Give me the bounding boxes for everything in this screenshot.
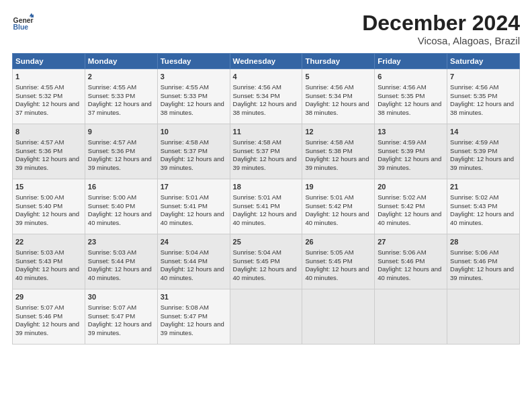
day-number: 27 — [378, 237, 444, 247]
day-number: 28 — [450, 237, 517, 247]
day-number: 23 — [88, 237, 154, 247]
col-wednesday: Wednesday — [230, 54, 302, 69]
day-number: 5 — [305, 72, 371, 82]
cell-w3-d1: 23Sunrise: 5:03 AMSunset: 5:44 PMDayligh… — [85, 234, 157, 289]
logo-icon: General Blue — [12, 12, 34, 34]
cell-w1-d3: 11Sunrise: 4:58 AMSunset: 5:37 PMDayligh… — [230, 124, 302, 179]
day-number: 31 — [161, 292, 227, 302]
title-block: December 2024 Vicosa, Alagoas, Brazil — [362, 12, 520, 46]
day-number: 11 — [233, 127, 300, 137]
cell-w4-d5 — [375, 289, 447, 345]
cell-w1-d0: 8Sunrise: 4:57 AMSunset: 5:36 PMDaylight… — [13, 124, 85, 179]
cell-w4-d1: 30Sunrise: 5:07 AMSunset: 5:47 PMDayligh… — [85, 289, 157, 345]
day-number: 25 — [233, 237, 300, 247]
week-row-2: 15Sunrise: 5:00 AMSunset: 5:40 PMDayligh… — [13, 179, 520, 234]
page: General Blue December 2024 Vicosa, Alago… — [0, 0, 532, 411]
day-number: 2 — [88, 72, 154, 82]
day-number: 1 — [15, 72, 82, 82]
cell-w1-d4: 12Sunrise: 4:58 AMSunset: 5:38 PMDayligh… — [302, 124, 375, 179]
cell-w0-d2: 3Sunrise: 4:55 AMSunset: 5:33 PMDaylight… — [157, 69, 230, 124]
day-number: 10 — [161, 127, 227, 137]
cell-w2-d3: 18Sunrise: 5:01 AMSunset: 5:41 PMDayligh… — [230, 179, 302, 234]
cell-w2-d0: 15Sunrise: 5:00 AMSunset: 5:40 PMDayligh… — [13, 179, 85, 234]
svg-text:General: General — [13, 17, 34, 24]
cell-w4-d4 — [302, 289, 375, 345]
week-row-0: 1Sunrise: 4:55 AMSunset: 5:32 PMDaylight… — [13, 69, 520, 124]
cell-w2-d5: 20Sunrise: 5:02 AMSunset: 5:42 PMDayligh… — [375, 179, 447, 234]
day-number: 20 — [378, 182, 444, 192]
cell-w4-d2: 31Sunrise: 5:08 AMSunset: 5:47 PMDayligh… — [157, 289, 230, 345]
cell-w4-d3 — [230, 289, 302, 345]
calendar-table: Sunday Monday Tuesday Wednesday Thursday… — [12, 53, 520, 345]
svg-text:Blue: Blue — [13, 24, 29, 31]
day-number: 9 — [88, 127, 154, 137]
day-number: 21 — [450, 182, 517, 192]
day-number: 19 — [305, 182, 371, 192]
cell-w2-d2: 17Sunrise: 5:01 AMSunset: 5:41 PMDayligh… — [157, 179, 230, 234]
month-title: December 2024 — [362, 12, 520, 34]
header: General Blue December 2024 Vicosa, Alago… — [12, 12, 520, 46]
cell-w0-d1: 2Sunrise: 4:55 AMSunset: 5:33 PMDaylight… — [85, 69, 157, 124]
week-row-1: 8Sunrise: 4:57 AMSunset: 5:36 PMDaylight… — [13, 124, 520, 179]
day-number: 7 — [450, 72, 517, 82]
day-number: 6 — [378, 72, 444, 82]
day-number: 8 — [15, 127, 82, 137]
cell-w2-d6: 21Sunrise: 5:02 AMSunset: 5:43 PMDayligh… — [447, 179, 520, 234]
day-number: 24 — [161, 237, 227, 247]
day-number: 18 — [233, 182, 300, 192]
col-tuesday: Tuesday — [157, 54, 230, 69]
col-friday: Friday — [375, 54, 447, 69]
cell-w4-d6 — [447, 289, 520, 345]
location-title: Vicosa, Alagoas, Brazil — [362, 35, 520, 46]
day-number: 12 — [305, 127, 371, 137]
day-number: 17 — [161, 182, 227, 192]
day-number: 15 — [15, 182, 82, 192]
day-number: 29 — [15, 292, 82, 302]
cell-w3-d0: 22Sunrise: 5:03 AMSunset: 5:43 PMDayligh… — [13, 234, 85, 289]
cell-w2-d1: 16Sunrise: 5:00 AMSunset: 5:40 PMDayligh… — [85, 179, 157, 234]
cell-w1-d6: 14Sunrise: 4:59 AMSunset: 5:39 PMDayligh… — [447, 124, 520, 179]
cell-w3-d6: 28Sunrise: 5:06 AMSunset: 5:46 PMDayligh… — [447, 234, 520, 289]
cell-w3-d4: 26Sunrise: 5:05 AMSunset: 5:45 PMDayligh… — [302, 234, 375, 289]
col-sunday: Sunday — [13, 54, 85, 69]
day-number: 16 — [88, 182, 154, 192]
week-row-4: 29Sunrise: 5:07 AMSunset: 5:46 PMDayligh… — [13, 289, 520, 345]
cell-w0-d4: 5Sunrise: 4:56 AMSunset: 5:34 PMDaylight… — [302, 69, 375, 124]
cell-w3-d3: 25Sunrise: 5:04 AMSunset: 5:45 PMDayligh… — [230, 234, 302, 289]
day-number: 13 — [378, 127, 444, 137]
cell-w1-d5: 13Sunrise: 4:59 AMSunset: 5:39 PMDayligh… — [375, 124, 447, 179]
day-number: 14 — [450, 127, 517, 137]
cell-w2-d4: 19Sunrise: 5:01 AMSunset: 5:42 PMDayligh… — [302, 179, 375, 234]
logo: General Blue — [12, 12, 34, 34]
cell-w3-d5: 27Sunrise: 5:06 AMSunset: 5:46 PMDayligh… — [375, 234, 447, 289]
col-monday: Monday — [85, 54, 157, 69]
day-number: 30 — [88, 292, 154, 302]
col-thursday: Thursday — [302, 54, 375, 69]
col-saturday: Saturday — [447, 54, 520, 69]
header-row: Sunday Monday Tuesday Wednesday Thursday… — [13, 54, 520, 69]
cell-w4-d0: 29Sunrise: 5:07 AMSunset: 5:46 PMDayligh… — [13, 289, 85, 345]
cell-w0-d3: 4Sunrise: 4:56 AMSunset: 5:34 PMDaylight… — [230, 69, 302, 124]
cell-w1-d2: 10Sunrise: 4:58 AMSunset: 5:37 PMDayligh… — [157, 124, 230, 179]
cell-w0-d0: 1Sunrise: 4:55 AMSunset: 5:32 PMDaylight… — [13, 69, 85, 124]
cell-w0-d6: 7Sunrise: 4:56 AMSunset: 5:35 PMDaylight… — [447, 69, 520, 124]
week-row-3: 22Sunrise: 5:03 AMSunset: 5:43 PMDayligh… — [13, 234, 520, 289]
day-number: 26 — [305, 237, 371, 247]
cell-w0-d5: 6Sunrise: 4:56 AMSunset: 5:35 PMDaylight… — [375, 69, 447, 124]
cell-w3-d2: 24Sunrise: 5:04 AMSunset: 5:44 PMDayligh… — [157, 234, 230, 289]
day-number: 4 — [233, 72, 300, 82]
day-number: 22 — [15, 237, 82, 247]
day-number: 3 — [161, 72, 227, 82]
cell-w1-d1: 9Sunrise: 4:57 AMSunset: 5:36 PMDaylight… — [85, 124, 157, 179]
